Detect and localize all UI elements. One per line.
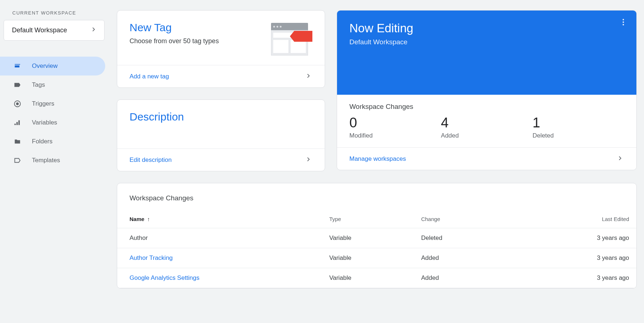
- more-options-button[interactable]: [619, 18, 628, 28]
- sidebar-item-tags[interactable]: Tags: [0, 75, 105, 94]
- tag-icon: [13, 81, 22, 89]
- table-row[interactable]: Author TrackingVariableAdded3 years ago: [117, 248, 636, 268]
- manage-workspaces-button[interactable]: Manage workspaces: [337, 147, 636, 170]
- sidebar-item-label: Tags: [32, 81, 45, 89]
- column-header-name[interactable]: Name↑: [117, 210, 325, 228]
- cell-last-edited: 3 years ago: [506, 268, 636, 288]
- chevron-right-icon: [616, 154, 624, 163]
- stat-modified-label: Modified: [349, 132, 441, 139]
- stat-modified-count: 0: [349, 115, 441, 131]
- cell-type: Variable: [325, 248, 417, 268]
- cell-last-edited: 3 years ago: [506, 248, 636, 268]
- column-header-last-edited[interactable]: Last Edited: [506, 210, 636, 228]
- sidebar: CURRENT WORKSPACE Default Workspace Over…: [0, 0, 117, 323]
- sidebar-item-overview[interactable]: Overview: [0, 57, 105, 75]
- stat-added: 4 Added: [441, 115, 532, 139]
- add-new-tag-label: Add a new tag: [130, 73, 169, 80]
- sidebar-item-label: Templates: [32, 157, 60, 164]
- new-tag-subtitle: Choose from over 50 tag types: [130, 37, 219, 45]
- table-row[interactable]: Google Analytics SettingsVariableAdded3 …: [117, 268, 636, 288]
- cell-change: Added: [417, 248, 506, 268]
- sort-ascending-icon: ↑: [147, 216, 150, 222]
- cell-name[interactable]: Google Analytics Settings: [117, 268, 325, 288]
- description-card: Description Edit description: [117, 99, 325, 171]
- add-new-tag-button[interactable]: Add a new tag: [117, 65, 325, 87]
- sidebar-item-label: Overview: [32, 62, 58, 70]
- edit-description-button[interactable]: Edit description: [117, 148, 325, 171]
- stat-modified: 0 Modified: [349, 115, 441, 139]
- sidebar-item-templates[interactable]: Templates: [0, 151, 105, 170]
- table-row[interactable]: AuthorVariableDeleted3 years ago: [117, 228, 636, 248]
- svg-point-2: [623, 19, 624, 20]
- column-header-change[interactable]: Change: [417, 210, 506, 228]
- workspace-changes-card: Workspace Changes Name↑ Type Change Last…: [117, 183, 637, 289]
- cell-change: Deleted: [417, 228, 506, 248]
- workspace-name: Default Workspace: [12, 26, 67, 34]
- changes-table: Name↑ Type Change Last Edited AuthorVari…: [117, 210, 636, 288]
- main-content: New Tag Choose from over 50 tag types Ad…: [117, 0, 644, 323]
- stat-added-label: Added: [441, 132, 532, 139]
- template-icon: [13, 156, 22, 165]
- now-editing-card: Now Editing Default Workspace Workspace …: [337, 10, 637, 170]
- column-header-type[interactable]: Type: [325, 210, 417, 228]
- svg-point-3: [623, 21, 624, 23]
- folder-icon: [13, 137, 22, 146]
- workspace-section-label: CURRENT WORKSPACE: [0, 10, 117, 16]
- workspace-selector[interactable]: Default Workspace: [4, 20, 104, 41]
- cell-change: Added: [417, 268, 506, 288]
- workspace-stats: 0 Modified 4 Added 1 Deleted: [337, 114, 636, 147]
- cell-type: Variable: [325, 228, 417, 248]
- stat-deleted: 1 Deleted: [533, 115, 624, 139]
- tag-illustration-icon: [271, 23, 311, 56]
- description-title: Description: [130, 111, 312, 123]
- new-tag-card: New Tag Choose from over 50 tag types Ad…: [117, 10, 325, 88]
- dashboard-icon: [13, 62, 22, 70]
- cell-type: Variable: [325, 268, 417, 288]
- manage-workspaces-label: Manage workspaces: [349, 155, 406, 163]
- sidebar-item-label: Variables: [32, 119, 57, 126]
- now-editing-workspace: Default Workspace: [349, 38, 624, 46]
- sidebar-item-variables[interactable]: Variables: [0, 113, 105, 132]
- variables-icon: [13, 118, 22, 127]
- sidebar-nav: Overview Tags Triggers Variables Folders…: [0, 57, 117, 170]
- cell-name[interactable]: Author Tracking: [117, 248, 325, 268]
- stat-deleted-label: Deleted: [533, 132, 624, 139]
- trigger-icon: [13, 99, 22, 108]
- stat-added-count: 4: [441, 115, 532, 131]
- now-editing-title: Now Editing: [349, 21, 624, 35]
- cell-name: Author: [117, 228, 325, 248]
- workspace-changes-title: Workspace Changes: [117, 183, 636, 210]
- svg-point-1: [16, 102, 19, 105]
- sidebar-item-label: Triggers: [32, 100, 54, 107]
- cell-last-edited: 3 years ago: [506, 228, 636, 248]
- chevron-right-icon: [304, 72, 312, 81]
- svg-point-4: [623, 24, 624, 25]
- sidebar-item-triggers[interactable]: Triggers: [0, 94, 105, 113]
- edit-description-label: Edit description: [130, 156, 172, 164]
- chevron-right-icon: [304, 155, 312, 164]
- workspace-changes-label: Workspace Changes: [337, 95, 636, 114]
- sidebar-item-label: Folders: [32, 138, 53, 145]
- stat-deleted-count: 1: [533, 115, 624, 131]
- sidebar-item-folders[interactable]: Folders: [0, 132, 105, 151]
- new-tag-title: New Tag: [130, 21, 219, 34]
- chevron-right-icon: [90, 25, 98, 35]
